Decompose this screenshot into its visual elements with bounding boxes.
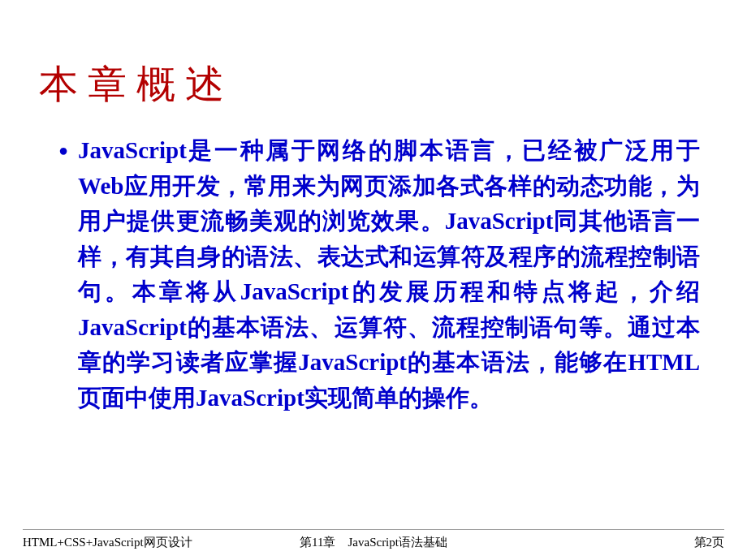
footer-text-row: HTML+CSS+JavaScript网页设计 第11章 JavaScript语… <box>23 535 724 550</box>
content-area: ● JavaScript是一种属于网络的脚本语言，已经被广泛用于Web应用开发，… <box>0 110 747 416</box>
paragraph-text: JavaScript是一种属于网络的脚本语言，已经被广泛用于Web应用开发，常用… <box>78 133 700 416</box>
footer-divider <box>23 529 724 530</box>
bullet-icon: ● <box>58 141 68 160</box>
bullet-item: ● JavaScript是一种属于网络的脚本语言，已经被广泛用于Web应用开发，… <box>58 133 700 416</box>
slide-title: 本章概述 <box>0 0 747 110</box>
footer-chapter: 第11章 JavaScript语法基础 <box>257 535 490 550</box>
footer-page-number: 第2页 <box>490 535 724 550</box>
footer-book-title: HTML+CSS+JavaScript网页设计 <box>23 535 257 550</box>
slide-footer: HTML+CSS+JavaScript网页设计 第11章 JavaScript语… <box>0 529 747 550</box>
